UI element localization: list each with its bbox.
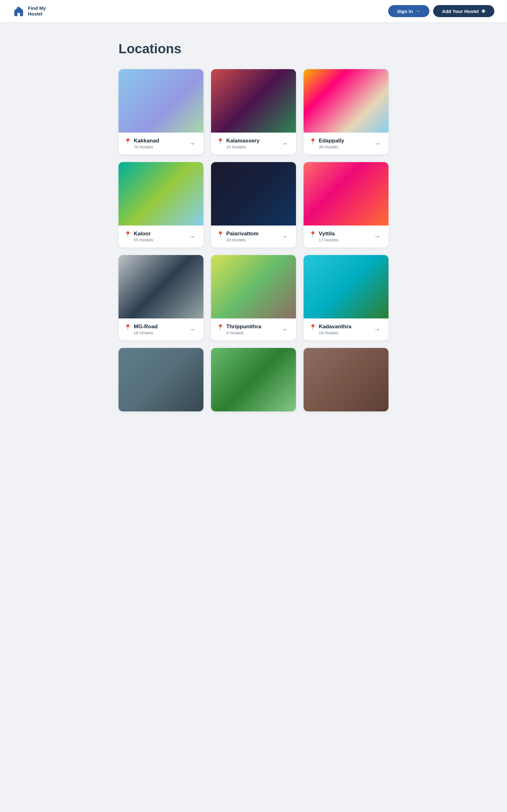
location-arrow-button[interactable]: → bbox=[372, 139, 383, 148]
location-image-row4-3 bbox=[303, 348, 389, 411]
pin-icon: 📍 bbox=[124, 231, 131, 238]
location-name: Kakkanad bbox=[134, 138, 159, 144]
main-content: Locations 📍 Kakkanad 70 Hostels → 📍 Kala… bbox=[111, 22, 396, 430]
add-hostel-button[interactable]: Add Your Hostel ⊕ bbox=[433, 5, 494, 17]
location-image-kaloor bbox=[118, 162, 204, 225]
location-name-block: 📍 Edappally 39 Hostels bbox=[309, 138, 344, 149]
location-arrow-button[interactable]: → bbox=[372, 232, 383, 241]
location-info-palarivattom: 📍 Palarivattom 28 Hostels → bbox=[211, 225, 296, 247]
hostel-count: 39 Hostels bbox=[319, 145, 344, 149]
signin-button[interactable]: Sign in → bbox=[388, 5, 429, 17]
location-arrow-button[interactable]: → bbox=[279, 232, 290, 241]
location-name-block: 📍 Palarivattom 28 Hostels bbox=[217, 231, 259, 242]
location-arrow-button[interactable]: → bbox=[279, 139, 290, 148]
locations-grid: 📍 Kakkanad 70 Hostels → 📍 Kalamassery 14… bbox=[118, 69, 389, 411]
location-image-row4-1 bbox=[118, 348, 204, 411]
pin-icon: 📍 bbox=[309, 138, 316, 145]
location-arrow-button[interactable]: → bbox=[372, 324, 383, 334]
location-name: Kaloor bbox=[134, 231, 153, 237]
location-arrow-button[interactable]: → bbox=[186, 324, 198, 334]
location-name: Kalamassery bbox=[226, 138, 260, 144]
location-arrow-button[interactable]: → bbox=[186, 232, 198, 241]
location-card-kadavanthra[interactable]: 📍 Kadavanthra 18 Hostels → bbox=[303, 255, 389, 340]
site-header: Find My Hostel Sign in → Add Your Hostel… bbox=[0, 0, 507, 22]
add-hostel-icon: ⊕ bbox=[481, 8, 486, 14]
location-card-mg-road[interactable]: 📍 MG-Road 18 Hostels → bbox=[118, 255, 204, 340]
hostel-count: 17 Hostels bbox=[319, 238, 338, 242]
location-info-kaloor: 📍 Kaloor 55 Hostels → bbox=[118, 225, 204, 247]
location-card-row4-2[interactable] bbox=[211, 348, 296, 411]
pin-icon: 📍 bbox=[124, 324, 131, 331]
location-image-edappally bbox=[303, 69, 389, 133]
location-card-row4-3[interactable] bbox=[303, 348, 389, 411]
location-name-block: 📍 Thrippunithra 4 Hostels bbox=[217, 323, 261, 335]
location-name-block: 📍 Kalamassery 14 Hostels bbox=[217, 138, 260, 149]
location-info-kadavanthra: 📍 Kadavanthra 18 Hostels → bbox=[303, 318, 389, 340]
location-image-palarivattom bbox=[211, 162, 296, 225]
location-image-row4-2 bbox=[211, 348, 296, 411]
location-card-kaloor[interactable]: 📍 Kaloor 55 Hostels → bbox=[118, 162, 204, 247]
pin-icon: 📍 bbox=[217, 231, 224, 238]
location-name: Edappally bbox=[319, 138, 344, 144]
svg-rect-0 bbox=[17, 13, 20, 16]
pin-icon: 📍 bbox=[124, 138, 131, 145]
location-name-block: 📍 Vyttila 17 Hostels bbox=[309, 231, 338, 242]
header-actions: Sign in → Add Your Hostel ⊕ bbox=[388, 5, 494, 17]
location-card-kakkanad[interactable]: 📍 Kakkanad 70 Hostels → bbox=[118, 69, 204, 154]
location-name: Palarivattom bbox=[226, 231, 259, 237]
hostel-count: 18 Hostels bbox=[319, 331, 351, 335]
pin-icon: 📍 bbox=[217, 138, 224, 145]
hostel-count: 18 Hostels bbox=[134, 331, 158, 335]
hostel-count: 70 Hostels bbox=[134, 145, 159, 149]
location-image-mg-road bbox=[118, 255, 204, 318]
location-info-kalamassery: 📍 Kalamassery 14 Hostels → bbox=[211, 133, 296, 154]
location-info-mg-road: 📍 MG-Road 18 Hostels → bbox=[118, 318, 204, 340]
pin-icon: 📍 bbox=[309, 324, 316, 331]
location-info-thrippunithra: 📍 Thrippunithra 4 Hostels → bbox=[211, 318, 296, 340]
location-name-block: 📍 Kadavanthra 18 Hostels bbox=[309, 323, 351, 335]
logo-icon bbox=[13, 5, 25, 17]
location-name-block: 📍 MG-Road 18 Hostels bbox=[124, 323, 158, 335]
location-image-kakkanad bbox=[118, 69, 204, 133]
pin-icon: 📍 bbox=[217, 324, 224, 331]
location-image-thrippunithra bbox=[211, 255, 296, 318]
hostel-count: 14 Hostels bbox=[226, 145, 260, 149]
location-card-kalamassery[interactable]: 📍 Kalamassery 14 Hostels → bbox=[211, 69, 296, 154]
location-name: Vyttila bbox=[319, 231, 338, 237]
logo-text: Find My Hostel bbox=[28, 5, 46, 17]
location-arrow-button[interactable]: → bbox=[186, 139, 198, 148]
location-name: Kadavanthra bbox=[319, 323, 351, 330]
location-card-vyttila[interactable]: 📍 Vyttila 17 Hostels → bbox=[303, 162, 389, 247]
hostel-count: 55 Hostels bbox=[134, 238, 153, 242]
signin-label: Sign in bbox=[397, 9, 413, 14]
page-title: Locations bbox=[118, 41, 389, 56]
signin-arrow-icon: → bbox=[415, 8, 420, 14]
hostel-count: 28 Hostels bbox=[226, 238, 259, 242]
location-name: MG-Road bbox=[134, 323, 158, 330]
location-info-edappally: 📍 Edappally 39 Hostels → bbox=[303, 133, 389, 154]
location-name-block: 📍 Kaloor 55 Hostels bbox=[124, 231, 153, 242]
pin-icon: 📍 bbox=[309, 231, 316, 238]
logo[interactable]: Find My Hostel bbox=[13, 5, 46, 17]
location-card-edappally[interactable]: 📍 Edappally 39 Hostels → bbox=[303, 69, 389, 154]
location-arrow-button[interactable]: → bbox=[279, 324, 290, 334]
hostel-count: 4 Hostels bbox=[226, 331, 261, 335]
location-info-kakkanad: 📍 Kakkanad 70 Hostels → bbox=[118, 133, 204, 154]
location-image-kalamassery bbox=[211, 69, 296, 133]
location-card-palarivattom[interactable]: 📍 Palarivattom 28 Hostels → bbox=[211, 162, 296, 247]
location-image-vyttila bbox=[303, 162, 389, 225]
location-card-thrippunithra[interactable]: 📍 Thrippunithra 4 Hostels → bbox=[211, 255, 296, 340]
location-name: Thrippunithra bbox=[226, 323, 261, 330]
location-info-vyttila: 📍 Vyttila 17 Hostels → bbox=[303, 225, 389, 247]
location-card-row4-1[interactable] bbox=[118, 348, 204, 411]
location-name-block: 📍 Kakkanad 70 Hostels bbox=[124, 138, 159, 149]
location-image-kadavanthra bbox=[303, 255, 389, 318]
add-hostel-label: Add Your Hostel bbox=[442, 9, 479, 14]
